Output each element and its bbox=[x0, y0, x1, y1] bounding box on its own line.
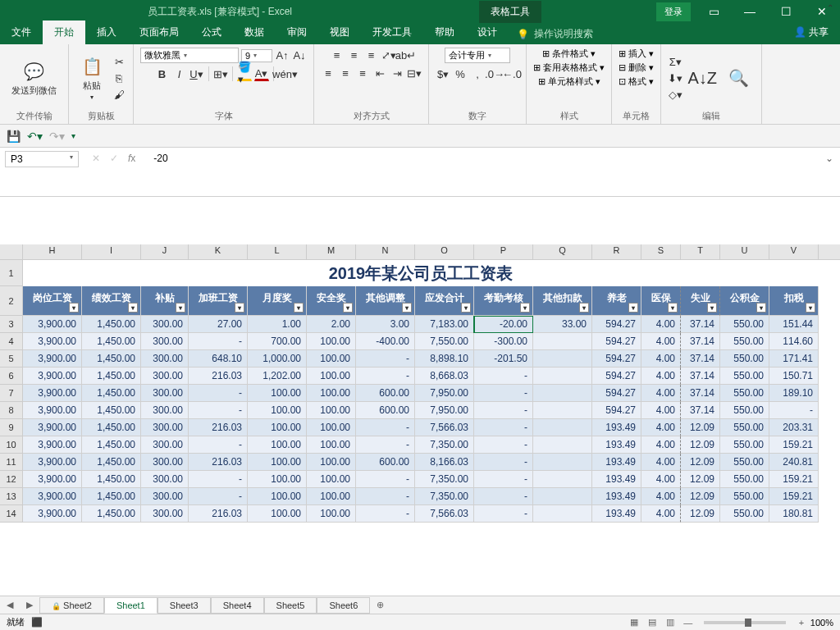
cell[interactable]: 193.49 bbox=[592, 471, 641, 488]
cell[interactable]: 600.00 bbox=[356, 454, 415, 471]
cell[interactable]: - bbox=[189, 385, 248, 402]
cell[interactable]: 100.00 bbox=[248, 385, 307, 402]
cell[interactable]: 12.09 bbox=[681, 419, 720, 436]
cell[interactable]: 4.00 bbox=[641, 505, 681, 523]
row-header[interactable]: 6 bbox=[0, 368, 23, 385]
zoom-in-icon[interactable]: + bbox=[792, 618, 810, 628]
cell[interactable] bbox=[533, 471, 592, 488]
cell[interactable]: 100.00 bbox=[248, 419, 307, 436]
filter-dropdown-icon[interactable]: ▾ bbox=[294, 303, 304, 313]
close-icon[interactable]: ✕ bbox=[804, 1, 840, 22]
cell[interactable]: 100.00 bbox=[307, 350, 356, 368]
align-middle-icon[interactable]: ≡ bbox=[347, 48, 362, 62]
row-header[interactable]: 2 bbox=[0, 286, 23, 316]
find-button[interactable]: 🔍 bbox=[722, 65, 755, 91]
cell[interactable] bbox=[533, 333, 592, 350]
column-filter-7[interactable]: 应发合计▾ bbox=[415, 286, 474, 316]
row-header[interactable]: 5 bbox=[0, 350, 23, 368]
column-filter-1[interactable]: 绩效工资▾ bbox=[82, 286, 141, 316]
cell[interactable]: 100.00 bbox=[307, 436, 356, 454]
fx-icon[interactable]: fx bbox=[128, 153, 135, 164]
expand-formula-icon[interactable]: ⌄ bbox=[819, 151, 840, 166]
cell[interactable]: 4.00 bbox=[641, 350, 681, 368]
cell[interactable]: 3.00 bbox=[356, 316, 415, 333]
cell[interactable] bbox=[533, 436, 592, 454]
col-header-Q[interactable]: Q bbox=[533, 244, 592, 259]
filter-dropdown-icon[interactable]: ▾ bbox=[69, 303, 79, 313]
cell[interactable]: 3,900.00 bbox=[23, 333, 82, 350]
cell[interactable]: 1,450.00 bbox=[82, 316, 141, 333]
cell[interactable]: 100.00 bbox=[307, 333, 356, 350]
cell[interactable]: 550.00 bbox=[720, 385, 769, 402]
zoom-out-icon[interactable]: — bbox=[679, 618, 697, 628]
cell[interactable]: 300.00 bbox=[141, 471, 189, 488]
formula-input[interactable]: -20 bbox=[148, 151, 819, 166]
cell[interactable]: 300.00 bbox=[141, 488, 189, 505]
cell[interactable]: 100.00 bbox=[248, 436, 307, 454]
cell[interactable]: 3,900.00 bbox=[23, 436, 82, 454]
cell[interactable]: 300.00 bbox=[141, 505, 189, 523]
sheet-tab-Sheet2[interactable]: 🔒 Sheet2 bbox=[39, 597, 104, 614]
cell[interactable]: 37.14 bbox=[681, 350, 720, 368]
cell[interactable]: 12.09 bbox=[681, 454, 720, 471]
phonetic-icon[interactable]: wén▾ bbox=[278, 66, 293, 81]
cell[interactable]: 100.00 bbox=[307, 471, 356, 488]
cell[interactable]: 3,900.00 bbox=[23, 402, 82, 419]
cell[interactable]: 700.00 bbox=[248, 333, 307, 350]
cell[interactable]: 159.21 bbox=[769, 436, 819, 454]
cell[interactable]: 594.27 bbox=[592, 333, 641, 350]
cell[interactable]: 550.00 bbox=[720, 454, 769, 471]
cell[interactable]: 7,183.00 bbox=[415, 316, 474, 333]
number-format-combo[interactable]: 会计专用▾ bbox=[445, 48, 510, 63]
cell[interactable]: 8,898.10 bbox=[415, 350, 474, 368]
cell[interactable]: 100.00 bbox=[248, 402, 307, 419]
table-format-button[interactable]: ⊞ 套用表格格式 ▾ bbox=[533, 62, 605, 74]
cell[interactable]: 4.00 bbox=[641, 419, 681, 436]
col-header-I[interactable]: I bbox=[82, 244, 141, 259]
cell[interactable]: 300.00 bbox=[141, 316, 189, 333]
col-header-R[interactable]: R bbox=[592, 244, 641, 259]
autosum-icon[interactable]: Σ▾ bbox=[668, 54, 682, 69]
cell[interactable]: - bbox=[189, 333, 248, 350]
cell[interactable]: - bbox=[356, 419, 415, 436]
cell[interactable]: 300.00 bbox=[141, 419, 189, 436]
cell[interactable]: 12.09 bbox=[681, 436, 720, 454]
bold-icon[interactable]: B bbox=[155, 66, 170, 81]
tab-data[interactable]: 数据 bbox=[233, 21, 276, 44]
cell[interactable]: 193.49 bbox=[592, 454, 641, 471]
cell[interactable]: 550.00 bbox=[720, 419, 769, 436]
cell[interactable]: 1,450.00 bbox=[82, 436, 141, 454]
cell[interactable]: 1,450.00 bbox=[82, 488, 141, 505]
cell[interactable]: 151.44 bbox=[769, 316, 819, 333]
cell[interactable]: 180.81 bbox=[769, 505, 819, 523]
cell[interactable]: 550.00 bbox=[720, 402, 769, 419]
row-header[interactable]: 11 bbox=[0, 454, 23, 471]
col-header-M[interactable]: M bbox=[307, 244, 356, 259]
cell[interactable]: 4.00 bbox=[641, 488, 681, 505]
col-header-T[interactable]: T bbox=[681, 244, 720, 259]
cell[interactable]: - bbox=[189, 488, 248, 505]
borders-icon[interactable]: ⊞▾ bbox=[213, 66, 228, 81]
cell[interactable] bbox=[533, 350, 592, 368]
cell[interactable]: 8,166.03 bbox=[415, 454, 474, 471]
cancel-formula-icon[interactable]: ✕ bbox=[92, 153, 100, 164]
macro-record-icon[interactable]: ⬛ bbox=[31, 617, 43, 628]
cell[interactable]: 1,450.00 bbox=[82, 350, 141, 368]
cell[interactable]: 550.00 bbox=[720, 471, 769, 488]
col-header-P[interactable]: P bbox=[474, 244, 533, 259]
cell[interactable]: 7,566.03 bbox=[415, 505, 474, 523]
cell[interactable]: 4.00 bbox=[641, 385, 681, 402]
filter-dropdown-icon[interactable]: ▾ bbox=[128, 303, 138, 313]
sort-filter-button[interactable]: A↓Z bbox=[686, 65, 719, 91]
cell[interactable]: 4.00 bbox=[641, 333, 681, 350]
cell[interactable]: 1,450.00 bbox=[82, 454, 141, 471]
column-filter-14[interactable]: 扣税▾ bbox=[769, 286, 819, 316]
row-header[interactable]: 3 bbox=[0, 316, 23, 333]
column-filter-3[interactable]: 加班工资▾ bbox=[189, 286, 248, 316]
cell[interactable]: 300.00 bbox=[141, 385, 189, 402]
filter-dropdown-icon[interactable]: ▾ bbox=[461, 303, 471, 313]
cell[interactable]: 7,550.00 bbox=[415, 333, 474, 350]
cell[interactable]: 1,202.00 bbox=[248, 368, 307, 385]
grow-font-icon[interactable]: A↑ bbox=[275, 48, 290, 63]
cell[interactable]: 3,900.00 bbox=[23, 316, 82, 333]
